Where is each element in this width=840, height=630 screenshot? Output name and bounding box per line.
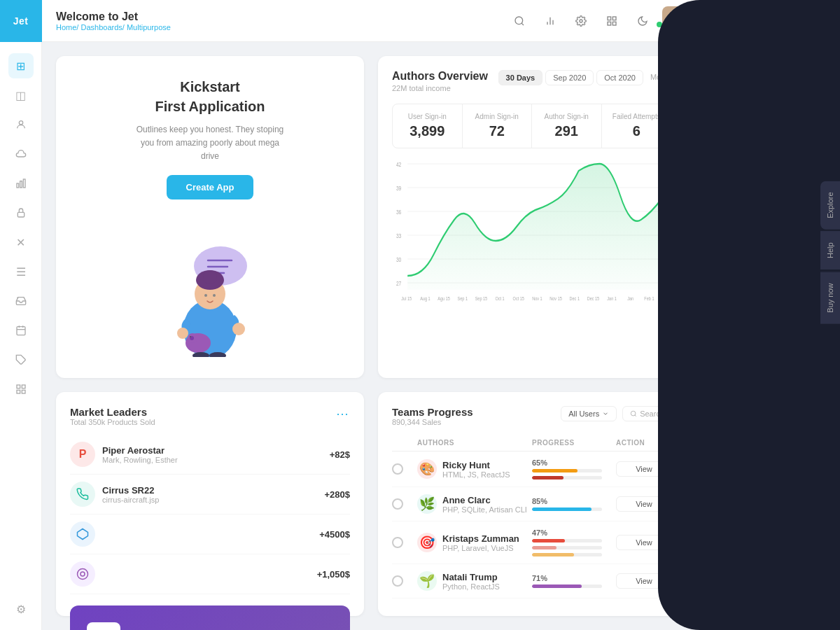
settings-button[interactable] xyxy=(570,10,592,32)
breadcrumb-home[interactable]: Home/ xyxy=(56,23,78,31)
content-grid: KickstartFirst Application Outlines keep… xyxy=(42,42,700,630)
svg-text:Oct 1: Oct 1 xyxy=(495,295,505,301)
svg-point-34 xyxy=(204,294,207,297)
kristaps-progress-pct: 47% xyxy=(532,528,616,537)
teams-progress-card: Teams Progress 890,344 Sales All Users S… xyxy=(378,392,686,616)
svg-text:Jan: Jan xyxy=(627,295,634,301)
stat-author-signin-label: Author Sign-in xyxy=(542,113,592,120)
sidebar-item-close[interactable]: ✕ xyxy=(8,230,34,255)
svg-point-73 xyxy=(80,572,85,576)
sidebar-item-template[interactable] xyxy=(8,377,34,402)
tab-group: 30 Days Sep 2020 Oct 2020 More xyxy=(498,70,672,85)
svg-text:Nov 15: Nov 15 xyxy=(550,295,562,301)
team-row-anne: 🌿 Anne Clarc PHP, SQLite, Artisan CLI 85… xyxy=(392,487,672,522)
stat-admin-signin: Admin Sign-in 72 xyxy=(463,104,533,148)
row-checkbox-2[interactable] xyxy=(392,498,417,510)
natali-progress-fill xyxy=(532,584,582,588)
svg-text:Feb 1: Feb 1 xyxy=(644,295,654,301)
sidebar-item-layers[interactable]: ◫ xyxy=(8,83,34,108)
teams-title-block: Teams Progress 890,344 Sales xyxy=(392,406,473,432)
market-title-block: Market Leaders Total 350k Products Sold xyxy=(70,406,155,435)
illustration xyxy=(150,238,270,357)
authors-title: Authors Overview xyxy=(392,70,488,83)
sidebar-item-lock[interactable] xyxy=(8,200,34,225)
svg-line-15 xyxy=(522,23,524,25)
sidebar-nav: ⊞ ◫ ✕ ☰ xyxy=(8,42,34,588)
row-checkbox-4[interactable] xyxy=(392,575,417,587)
row-checkbox-3[interactable] xyxy=(392,537,417,548)
buy-now-tab[interactable]: Buy now xyxy=(820,271,840,323)
svg-point-72 xyxy=(78,569,88,580)
anne-info: 🌿 Anne Clarc PHP, SQLite, Artisan CLI xyxy=(417,494,532,514)
teams-header-row: Teams Progress 890,344 Sales All Users S… xyxy=(392,406,672,432)
sidebar-item-inbox[interactable] xyxy=(8,288,34,314)
ricky-details: Ricky Hunt HTML, JS, ReactJS xyxy=(442,460,510,479)
header: Welcome to Jet Home/ Dashboards/ Multipu… xyxy=(42,0,700,42)
col-checkbox xyxy=(392,439,417,447)
svg-text:36: 36 xyxy=(396,209,402,216)
sidebar-logo[interactable]: Jet xyxy=(0,0,42,42)
row-checkbox-1[interactable] xyxy=(392,463,417,475)
piper-name: Piper Aerostar xyxy=(102,445,323,456)
svg-rect-12 xyxy=(17,390,20,393)
svg-text:Dec 1: Dec 1 xyxy=(570,295,580,301)
checkbox-4[interactable] xyxy=(392,575,403,587)
item3-logo xyxy=(70,522,95,547)
main-content: Welcome to Jet Home/ Dashboards/ Multipu… xyxy=(42,0,700,630)
tab-oct2020[interactable]: Oct 2020 xyxy=(596,70,643,85)
kristaps-author-cell: 🎯 Kristaps Zumman PHP, Laravel, VueJS xyxy=(417,533,532,552)
team-row-kristaps: 🎯 Kristaps Zumman PHP, Laravel, VueJS 47… xyxy=(392,522,672,564)
sidebar-item-chart[interactable] xyxy=(8,171,34,196)
svg-point-14 xyxy=(515,17,523,24)
svg-point-41 xyxy=(190,336,191,337)
teams-table-header: AUTHORS PROGRESS ACTION xyxy=(392,435,672,451)
apps-button[interactable] xyxy=(601,10,623,32)
help-tab[interactable]: Help xyxy=(820,231,840,270)
anne-progress-pct: 85% xyxy=(532,497,616,505)
sidebar-settings-icon[interactable]: ⚙ xyxy=(8,596,34,622)
users-filter[interactable]: All Users xyxy=(561,406,617,421)
sidebar-item-calendar[interactable] xyxy=(8,318,34,343)
sidebar-item-grid[interactable]: ⊞ xyxy=(8,53,34,78)
piper-logo: P xyxy=(70,442,95,467)
item4-logo xyxy=(70,561,95,587)
kickstart-title-block: KickstartFirst Application Outlines keep… xyxy=(133,77,287,200)
market-item-3: +4500$ xyxy=(70,514,350,554)
sidebar-item-puzzle[interactable] xyxy=(8,347,34,372)
tab-30days[interactable]: 30 Days xyxy=(498,70,543,85)
kristaps-avatar: 🎯 xyxy=(417,533,437,552)
chart-area: 42 39 36 33 30 27 xyxy=(392,157,672,364)
svg-text:42: 42 xyxy=(396,161,401,168)
stat-author-signin-value: 291 xyxy=(542,123,592,139)
stat-admin-signin-value: 72 xyxy=(472,123,522,139)
search-button[interactable] xyxy=(508,10,531,32)
stat-user-signin: User Sign-in 3,899 xyxy=(393,104,463,148)
explore-tab[interactable]: Explore xyxy=(820,180,840,229)
stats-button[interactable] xyxy=(539,10,561,32)
market-item-piper: P Piper Aerostar Mark, Rowling, Esther +… xyxy=(70,435,350,475)
authors-header: Authors Overview 22M total income 30 Day… xyxy=(392,70,672,92)
checkbox-2[interactable] xyxy=(392,498,403,510)
create-app-button[interactable]: Create App xyxy=(167,175,254,200)
sidebar-item-cloud[interactable] xyxy=(8,141,34,167)
svg-text:27: 27 xyxy=(396,280,401,287)
kristaps-progress-bar xyxy=(532,539,602,542)
svg-rect-11 xyxy=(22,385,25,388)
market-title: Market Leaders xyxy=(70,406,155,418)
stat-failed-attempts-value: 6 xyxy=(612,123,662,139)
svg-text:Dec 15: Dec 15 xyxy=(587,295,600,301)
market-more-button[interactable]: ⋯ xyxy=(336,406,350,421)
svg-text:Jul 15: Jul 15 xyxy=(401,295,412,301)
checkbox-3[interactable] xyxy=(392,537,403,548)
breadcrumb-dashboards[interactable]: Dashboards/ xyxy=(80,23,124,31)
tab-sep2020[interactable]: Sep 2020 xyxy=(545,70,594,85)
svg-rect-22 xyxy=(608,22,611,25)
sidebar-item-user[interactable] xyxy=(8,112,34,137)
sidebar-item-list[interactable]: ☰ xyxy=(8,259,34,284)
right-panel-tabs: Explore Help Buy now xyxy=(820,180,840,323)
kristaps-progress-fill xyxy=(532,539,565,542)
authors-title-block: Authors Overview 22M total income xyxy=(392,70,488,92)
dark-mode-button[interactable] xyxy=(631,10,654,32)
piper-value: +82$ xyxy=(330,449,350,460)
checkbox-1[interactable] xyxy=(392,463,403,475)
